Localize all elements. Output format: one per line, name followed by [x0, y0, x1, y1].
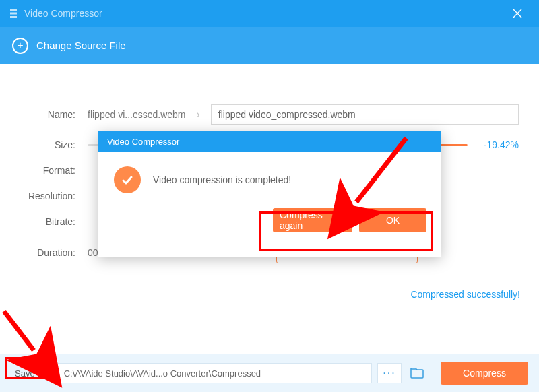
status-text: Compressed successfully! — [0, 285, 539, 306]
completion-dialog: Video Compressor Video compression is co… — [98, 131, 441, 257]
label-bitrate: Bitrate: — [20, 216, 88, 227]
check-icon — [114, 166, 141, 193]
chevron-right-icon: › — [186, 108, 211, 121]
svg-rect-2 — [10, 16, 17, 18]
svg-line-7 — [4, 311, 34, 350]
label-format: Format: — [20, 165, 88, 176]
change-source-button[interactable]: Change Source File — [36, 40, 126, 51]
compress-again-button[interactable]: Compress again — [273, 208, 352, 232]
name-source-value: flipped vi...essed.webm — [88, 109, 186, 120]
label-size: Size: — [20, 139, 88, 150]
dialog-message: Video compression is completed! — [153, 174, 291, 185]
app-icon — [8, 8, 19, 19]
label-resolution: Resolution: — [20, 191, 88, 201]
dialog-title: Video Compressor — [98, 131, 441, 152]
name-output-input[interactable] — [211, 104, 519, 125]
save-path-text: C:\AVAide Studio\AVAid...o Converter\Com… — [64, 368, 261, 379]
save-to-label: Save to: — [11, 367, 51, 380]
compress-button[interactable]: Compress — [441, 362, 528, 385]
svg-rect-1 — [10, 13, 17, 15]
app-title: Video Compressor — [24, 8, 102, 19]
size-percent: -19.42% — [484, 139, 519, 150]
browse-button[interactable]: ··· — [377, 363, 402, 383]
label-name: Name: — [20, 109, 88, 120]
titlebar: Video Compressor — [0, 0, 539, 27]
save-path-input[interactable]: C:\AVAide Studio\AVAid...o Converter\Com… — [57, 363, 372, 383]
open-folder-icon[interactable] — [407, 363, 427, 383]
svg-rect-5 — [411, 370, 423, 378]
footer: Save to: C:\AVAide Studio\AVAid...o Conv… — [0, 354, 539, 392]
close-icon[interactable] — [504, 0, 531, 27]
ribbon: + Change Source File — [0, 27, 539, 64]
svg-rect-0 — [10, 9, 17, 11]
row-name: Name: flipped vi...essed.webm › — [20, 104, 519, 125]
ok-button[interactable]: OK — [359, 208, 426, 232]
label-duration: Duration: — [20, 247, 88, 258]
plus-icon[interactable]: + — [12, 38, 28, 54]
